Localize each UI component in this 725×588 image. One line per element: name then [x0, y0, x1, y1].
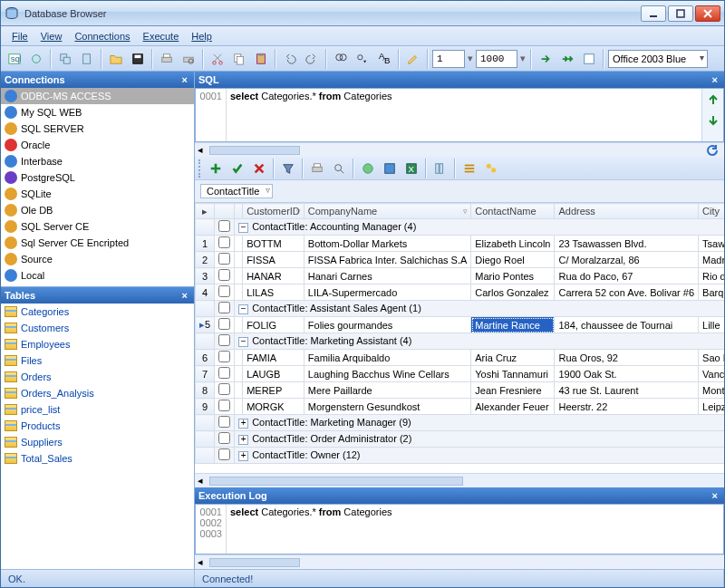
export-html-icon[interactable]	[358, 159, 378, 178]
cell[interactable]: Leipzig	[699, 399, 724, 415]
menu-file[interactable]: File	[6, 29, 34, 43]
group-checkbox[interactable]	[218, 432, 230, 444]
row-checkbox[interactable]	[218, 236, 230, 248]
cell[interactable]: Aria Cruz	[471, 350, 555, 366]
table-item[interactable]: Orders_Analysis	[1, 385, 194, 401]
sql-code[interactable]: select Categories.* from Categories	[227, 89, 701, 141]
cell[interactable]: Rua Oros, 92	[555, 350, 699, 366]
group-checkbox[interactable]	[218, 334, 230, 346]
table-item[interactable]: price_list	[1, 401, 194, 418]
sql-icon[interactable]: sql	[5, 49, 24, 69]
export-xls-icon[interactable]: X	[401, 159, 421, 178]
copy-conn-icon[interactable]	[55, 49, 75, 69]
cell[interactable]: FISSA	[243, 252, 304, 268]
connection-item[interactable]: Source	[1, 251, 194, 267]
menu-view[interactable]: View	[35, 29, 68, 43]
table-item[interactable]: Total_Sales	[1, 450, 194, 467]
table-row[interactable]: 8MEREPMere PaillardeJean Fresniere43 rue…	[196, 382, 725, 399]
page-number-input[interactable]	[432, 50, 465, 68]
run-icon[interactable]	[536, 49, 556, 69]
connection-item[interactable]: My SQL WEB	[1, 104, 194, 120]
column-header[interactable]: ContactName	[471, 204, 555, 219]
group-row[interactable]: +ContactTitle: Owner (12)	[235, 448, 724, 464]
cell[interactable]: Heerstr. 22	[555, 399, 699, 415]
group-checkbox[interactable]	[218, 302, 230, 313]
group-checkbox[interactable]	[218, 448, 230, 460]
group-row[interactable]: −ContactTitle: Accounting Manager (4)	[235, 219, 724, 236]
table-row[interactable]: 9MORGKMorgenstern GesundkostAlexander Fe…	[196, 399, 725, 415]
grid-print-icon[interactable]	[307, 159, 327, 178]
cell[interactable]: Tsawassen	[699, 236, 724, 252]
column-header[interactable]: CompanyName▿	[304, 204, 470, 219]
table-item[interactable]: Suppliers	[1, 434, 194, 450]
table-row[interactable]: 1BOTTMBottom-Dollar MarketsElizabeth Lin…	[196, 236, 725, 252]
column-header[interactable]: City	[699, 204, 724, 219]
cell[interactable]: FOLIG	[243, 317, 304, 333]
minimize-button[interactable]	[641, 5, 666, 22]
save-icon[interactable]	[128, 49, 148, 69]
group-checkbox[interactable]	[218, 220, 230, 232]
add-row-icon[interactable]	[206, 159, 226, 178]
tables-close-icon[interactable]: ×	[179, 290, 190, 301]
cell[interactable]: FAMIA	[243, 350, 304, 366]
edit-icon[interactable]	[403, 49, 423, 69]
row-indicator-header[interactable]: ▸	[196, 204, 215, 219]
undo-icon[interactable]	[280, 49, 300, 69]
page-size-input[interactable]	[476, 50, 517, 68]
checkbox-header[interactable]	[215, 204, 235, 219]
cell[interactable]: Morgenstern Gesundkost	[304, 399, 470, 415]
connection-item[interactable]: PostgreSQL	[1, 169, 194, 186]
cell[interactable]: Montreal	[699, 382, 724, 399]
connection-item[interactable]: SQL SERVER	[1, 120, 194, 137]
filter-icon[interactable]	[278, 159, 298, 178]
cell[interactable]: Alexander Feuer	[471, 399, 555, 415]
page-size-spinner-icon[interactable]: ▾	[519, 53, 527, 64]
cut-icon[interactable]	[208, 49, 227, 69]
close-button[interactable]	[695, 5, 720, 22]
table-item[interactable]: Employees	[1, 336, 194, 352]
cell[interactable]: Carrera 52 con Ave. Bolivar #6	[555, 284, 699, 301]
table-row[interactable]: 3HANARHanari CarnesMario PontesRua do Pa…	[196, 268, 725, 284]
table-item[interactable]: Customers	[1, 320, 194, 336]
table-item[interactable]: Categories	[1, 304, 194, 320]
history-next-icon[interactable]	[705, 112, 721, 129]
row-checkbox[interactable]	[218, 400, 230, 411]
open-icon[interactable]	[106, 49, 126, 69]
column-header[interactable]: CustomerID▿	[243, 204, 304, 219]
group-row[interactable]: −ContactTitle: Assistant Sales Agent (1)	[235, 301, 724, 317]
cell[interactable]: LAUGB	[243, 366, 304, 382]
cell[interactable]: Elizabeth Lincoln	[471, 236, 555, 252]
cell[interactable]: Lille	[699, 317, 724, 333]
row-checkbox[interactable]	[218, 367, 230, 379]
maximize-button[interactable]	[668, 5, 693, 22]
replace-icon[interactable]: AB	[374, 49, 394, 69]
menu-help[interactable]: Help	[186, 29, 218, 43]
cell[interactable]: Mere Paillarde	[304, 382, 470, 399]
print-icon[interactable]	[157, 49, 177, 69]
cell[interactable]: LILA-Supermercado	[304, 284, 470, 301]
group-row[interactable]: +ContactTitle: Marketing Manager (9)	[235, 415, 724, 431]
cell[interactable]: Hanari Carnes	[304, 268, 470, 284]
history-prev-icon[interactable]	[705, 92, 721, 109]
row-checkbox[interactable]	[218, 383, 230, 395]
cell[interactable]: Yoshi Tannamuri	[471, 366, 555, 382]
connection-item[interactable]: SQL Server CE	[1, 218, 194, 235]
connections-close-icon[interactable]: ×	[179, 74, 190, 85]
group-panel[interactable]: ContactTitle	[195, 180, 724, 202]
cell[interactable]: MEREP	[243, 382, 304, 399]
cell[interactable]: Carlos Gonzalez	[471, 284, 555, 301]
cell[interactable]: Diego Roel	[471, 252, 555, 268]
grid-hscroll[interactable]: ◂	[195, 473, 724, 487]
connection-item[interactable]: Sql Server CE Encripted	[1, 235, 194, 251]
row-checkbox[interactable]	[218, 269, 230, 281]
connection-item[interactable]: ODBC-MS ACCESS	[1, 88, 194, 104]
sql-close-icon[interactable]: ×	[710, 74, 720, 85]
cell[interactable]: Familia Arquibaldo	[304, 350, 470, 366]
cell[interactable]: Mario Pontes	[471, 268, 555, 284]
delete-row-icon[interactable]	[249, 159, 269, 178]
cell[interactable]: Sao Paulo	[699, 350, 724, 366]
table-row[interactable]: 4LILASLILA-SupermercadoCarlos GonzalezCa…	[196, 284, 725, 301]
cell[interactable]: Rio de Ja	[699, 268, 724, 284]
find-icon[interactable]	[331, 49, 351, 69]
print-preview-icon[interactable]	[179, 49, 198, 69]
